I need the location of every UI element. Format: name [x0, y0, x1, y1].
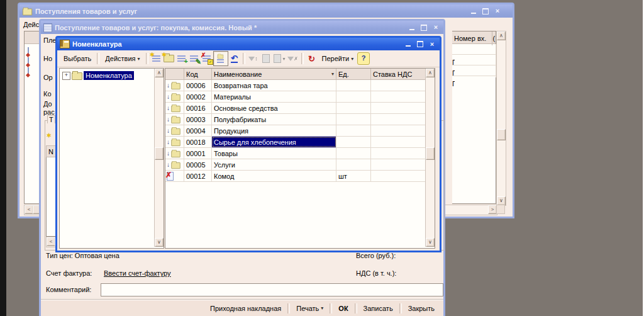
scroll-left-button[interactable]: <	[47, 237, 55, 246]
cell-name[interactable]: Полуфабрикаты	[212, 114, 336, 125]
group-folder-icon[interactable]: ↓	[165, 125, 184, 136]
close-button[interactable]: ×	[492, 7, 502, 15]
table-row[interactable]: ↓00005Услуги	[165, 159, 426, 171]
scroll-up-button[interactable]: ∧	[497, 31, 506, 40]
list-vertical-scrollbar[interactable]: ∧ ∨	[496, 31, 506, 206]
table-row[interactable]: ↓00003Полуфабрикаты	[165, 114, 426, 125]
table-vertical-scrollbar[interactable]: ∧ ∨	[425, 69, 435, 247]
cell-vat[interactable]	[371, 80, 425, 91]
new-item-button[interactable]: ✶	[150, 52, 163, 65]
table-row[interactable]: П	[452, 44, 496, 55]
table-row[interactable]: ↓00004Продукция	[165, 125, 426, 137]
document-icon[interactable]	[28, 58, 29, 65]
tree-expander-icon[interactable]: +	[62, 72, 70, 80]
cell-vat[interactable]	[371, 125, 425, 136]
column-name[interactable]: Наименование▾	[212, 69, 336, 79]
group-folder-icon[interactable]: ↓	[165, 91, 184, 102]
ok-button[interactable]: ОК	[332, 302, 354, 315]
scroll-thumb[interactable]	[497, 129, 506, 140]
edit-button[interactable]: ✎	[188, 52, 201, 65]
group-folder-icon[interactable]: ↓	[165, 80, 184, 91]
scroll-down-button[interactable]: ∨	[155, 238, 164, 247]
cell-code[interactable]: 00018	[184, 137, 212, 147]
maximize-button[interactable]	[415, 40, 425, 48]
group-folder-icon[interactable]: ↓	[165, 103, 184, 113]
delete-button[interactable]: ✗✓	[201, 52, 213, 65]
cell-vat[interactable]	[371, 137, 425, 147]
deleted-item-icon[interactable]: ✗	[165, 171, 184, 181]
receipt-invoice-button[interactable]: Приходная накладная	[204, 302, 287, 315]
table-row[interactable]: ↓00016Основные средства	[165, 103, 426, 114]
cell-code[interactable]: 00005	[184, 159, 212, 170]
column-code[interactable]: Код	[184, 69, 212, 79]
cell-name[interactable]: Комод	[212, 171, 336, 181]
cell-vat[interactable]	[371, 103, 425, 113]
cell-vat[interactable]	[371, 159, 425, 170]
cell-name[interactable]: Продукция	[212, 125, 336, 136]
scroll-up-button[interactable]: ∧	[426, 69, 435, 77]
add-row-icon[interactable]: ✶	[46, 132, 52, 140]
cell-code[interactable]: 00003	[184, 114, 212, 125]
document-icon[interactable]	[28, 48, 29, 55]
new-group-button[interactable]: ✶	[163, 52, 175, 65]
cell-vat[interactable]	[371, 148, 425, 159]
nomenclature-titlebar[interactable]: Номенклатура ×	[57, 38, 440, 50]
cell-unit[interactable]	[336, 125, 371, 136]
print-button[interactable]: Печать▾	[290, 302, 330, 315]
table-row[interactable]: ↓00006Возвратная тара	[165, 80, 426, 91]
minimize-button[interactable]	[407, 23, 417, 31]
history-filter-button[interactable]: ▾	[272, 52, 287, 65]
table-row[interactable]: П	[452, 55, 496, 65]
minimize-button[interactable]	[403, 40, 413, 48]
tree-root-node[interactable]: + Номенклатура	[62, 71, 134, 80]
scroll-down-button[interactable]: ∨	[497, 196, 506, 205]
cell-name-selected[interactable]: Сырье для хлебопечения	[212, 137, 336, 147]
cell-vat[interactable]	[371, 171, 425, 181]
table-row[interactable]: ↓00002Материалы	[165, 91, 426, 103]
maximize-button[interactable]	[480, 7, 491, 15]
receipt-document-titlebar[interactable]: Поступление товаров и услуг: покупка, ко…	[41, 21, 443, 34]
save-button[interactable]: Записать	[357, 302, 399, 315]
scroll-right-button[interactable]: >	[488, 205, 497, 214]
maximize-button[interactable]	[419, 23, 429, 31]
group-folder-icon[interactable]: ↓	[165, 159, 184, 170]
cell-name[interactable]: Основные средства	[212, 103, 336, 113]
scroll-thumb[interactable]	[155, 147, 164, 160]
cell-name[interactable]: Возвратная тара	[212, 80, 336, 91]
cell-name[interactable]: Материалы	[212, 91, 336, 102]
close-button[interactable]: Закрыть	[402, 302, 441, 315]
cell-unit[interactable]	[336, 103, 371, 113]
group-folder-icon[interactable]: ↓	[165, 137, 184, 147]
cell-unit[interactable]	[336, 148, 371, 159]
cell-code[interactable]: 00012	[184, 171, 212, 181]
goto-menu-button[interactable]: Перейти▾	[318, 52, 358, 65]
cell-code[interactable]: 00004	[184, 125, 212, 136]
filter-sort-button[interactable]: ↕	[247, 52, 260, 65]
document-icon[interactable]	[28, 68, 29, 76]
table-row[interactable]: ↓00001Товары	[165, 148, 426, 159]
tree-vertical-scrollbar[interactable]: ∧ ∨	[154, 69, 164, 247]
cell-code[interactable]: 00001	[184, 148, 212, 159]
scroll-left-button[interactable]: <	[25, 205, 33, 214]
comment-input[interactable]	[101, 283, 443, 296]
scroll-thumb[interactable]	[426, 147, 435, 160]
table-row[interactable]: ↓00018Сырье для хлебопечения	[165, 137, 426, 148]
cell-unit[interactable]	[336, 91, 371, 102]
column-unit[interactable]: Ед.	[336, 69, 371, 79]
refresh-button[interactable]: ↻	[306, 52, 318, 65]
receipts-list-titlebar[interactable]: Поступления товаров и услуг ×	[19, 4, 513, 18]
clear-filter-button[interactable]: ✗	[287, 52, 299, 65]
column-incoming-number[interactable]: Номер вх.	[452, 31, 492, 45]
up-one-level-button[interactable]: ↶	[228, 52, 241, 65]
table-row[interactable]: ✗00012Комодшт	[165, 171, 426, 182]
enter-invoice-link[interactable]: Ввести счет-фактуру	[104, 269, 171, 277]
minimize-button[interactable]	[469, 7, 479, 15]
hierarchy-view-button[interactable]	[213, 51, 228, 66]
close-button[interactable]: ×	[427, 40, 437, 48]
cell-unit[interactable]	[336, 159, 371, 170]
cell-code[interactable]: 00002	[184, 91, 212, 102]
cell-unit[interactable]	[336, 114, 371, 125]
cell-vat[interactable]	[371, 91, 425, 102]
help-button[interactable]: ?	[357, 52, 370, 65]
table-row[interactable]: П	[452, 65, 496, 76]
